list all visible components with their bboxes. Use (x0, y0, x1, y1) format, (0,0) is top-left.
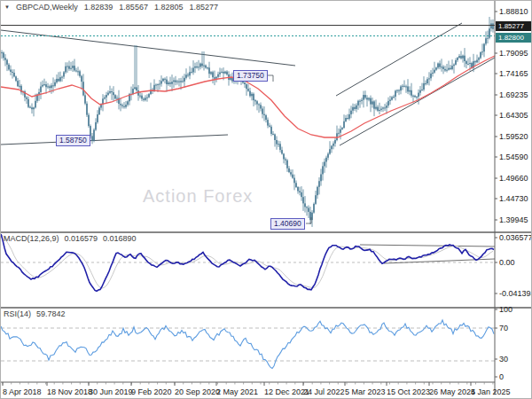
macd-value-2: 0.016890 (103, 234, 137, 243)
chart-canvas[interactable]: 1.888101.790951.741651.692351.643051.595… (1, 1, 532, 399)
y-axis-price-label: 1.88810 (499, 7, 528, 16)
price-badge-bid: 1.82800 (496, 33, 532, 43)
y-axis-price-label: 1.54590 (499, 153, 528, 161)
watermark: Action Forex (143, 186, 253, 207)
x-axis-date-label: 24 Jul 2022 (303, 387, 345, 396)
x-axis-date-label: 18 Nov 2018 (47, 387, 92, 396)
rsi-axis-label: 100 (499, 305, 512, 314)
ohlc-close: 1.85277 (189, 3, 218, 12)
x-axis-date-label: 15 Oct 2023 (387, 387, 430, 396)
rsi-name: RSI(14) (4, 309, 31, 318)
y-axis-price-label: 1.79095 (499, 49, 528, 58)
symbol-dropdown-icon[interactable]: ▼ (4, 4, 10, 10)
ohlc-low: 1.82805 (154, 3, 184, 12)
macd-indicator-label: MACD(12,26,9) 0.016579 0.016890 (4, 234, 137, 243)
rsi-axis-label: 30 (499, 355, 508, 364)
y-axis-price-label: 1.49660 (499, 174, 528, 183)
y-axis-price-label: 1.59520 (499, 132, 528, 141)
y-axis-price-label: 1.44730 (499, 194, 528, 203)
x-axis-date-label: 20 Sep 2020 (175, 387, 220, 396)
ohlc-high: 1.85567 (119, 3, 148, 12)
label-connector (268, 75, 273, 82)
price-level-label[interactable]: 1.73750 (233, 70, 268, 82)
rsi-axis-label: 70 (499, 324, 508, 332)
macd-name: MACD(12,26,9) (4, 234, 59, 243)
trendline[interactable] (336, 23, 462, 96)
rsi-value: 59.7842 (36, 309, 66, 318)
price-badge-last: 1.85277 (496, 21, 532, 31)
x-axis-date-label: 5 Mar 2023 (345, 387, 386, 396)
macd-trendline[interactable] (360, 245, 495, 246)
y-axis-price-label: 1.64305 (499, 111, 528, 120)
macd-axis-label: 0.00 (499, 258, 515, 267)
macd-axis-label: -0.041393 (499, 289, 532, 298)
x-axis-date-label: 26 May 2024 (429, 387, 475, 396)
rsi-panel[interactable] (1, 320, 495, 369)
symbol-period-label: GBPCAD,Weekly (16, 3, 78, 12)
x-axis-date-label: 8 Apr 2018 (3, 387, 42, 396)
x-axis-date-label: 30 Jun 2019 (89, 387, 133, 396)
y-axis-price-label: 1.69235 (499, 90, 528, 99)
rsi-axis-label: 0 (499, 372, 504, 381)
price-level-label[interactable]: 1.40690 (270, 218, 305, 230)
x-axis-date-label: 9 Feb 2020 (131, 387, 172, 396)
x-axis-date-label: 2 May 2021 (216, 387, 258, 396)
macd-value-1: 0.016579 (65, 234, 98, 243)
price-level-label[interactable]: 1.58750 (56, 135, 90, 146)
ohlc-open: 1.82839 (84, 3, 113, 12)
y-axis-price-label: 1.39945 (499, 215, 528, 224)
rsi-indicator-label: RSI(14) 59.7842 (4, 309, 66, 318)
trendline[interactable] (340, 58, 495, 145)
macd-axis-label: 0.036577 (499, 233, 532, 242)
chart-title-bar: ▼ GBPCAD,Weekly 1.82839 1.85567 1.82805 … (4, 3, 218, 12)
trendline[interactable] (1, 135, 228, 145)
x-axis-date-label: 5 Jan 2025 (471, 387, 511, 396)
chart-window: 1.888101.790951.741651.692351.643051.595… (0, 0, 532, 399)
y-axis-price-label: 1.74165 (499, 69, 528, 78)
